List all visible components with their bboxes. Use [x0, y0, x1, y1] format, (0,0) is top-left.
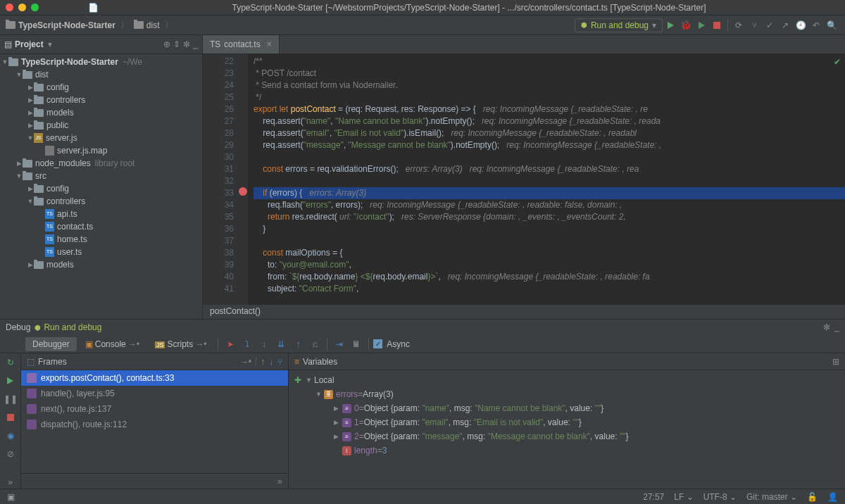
- line-separator[interactable]: LF ⌄: [674, 492, 693, 502]
- filter-icon[interactable]: ⑂: [277, 357, 282, 367]
- vcs-branch-icon[interactable]: ⑂: [748, 19, 760, 32]
- tree-item[interactable]: ▶models: [0, 106, 202, 119]
- minimize-window-button[interactable]: [18, 4, 26, 11]
- frame-row[interactable]: next(), route.js:137: [21, 401, 288, 417]
- tree-item[interactable]: TSuser.ts: [0, 246, 202, 258]
- more-icon[interactable]: »: [4, 476, 17, 489]
- tree-item[interactable]: ▶controllers: [0, 94, 202, 106]
- ts-file-icon: TS: [45, 209, 54, 219]
- frames-icon: ⬚: [27, 357, 35, 367]
- frames-list[interactable]: exports.postContact(), contact.ts:33hand…: [21, 370, 288, 473]
- run-config-label: Run and debug: [591, 20, 649, 30]
- resume-icon[interactable]: [4, 374, 17, 387]
- step-over-icon[interactable]: ⤵: [241, 338, 254, 351]
- search-icon[interactable]: 🔍: [825, 19, 838, 32]
- editor-area: TS contact.ts × 222324252627282930313233…: [203, 35, 845, 319]
- view-breakpoints-icon[interactable]: ◉: [4, 429, 17, 442]
- vcs-push-icon[interactable]: ↗: [779, 19, 791, 32]
- tree-item[interactable]: ▶config: [0, 81, 202, 94]
- tree-item[interactable]: TSapi.ts: [0, 208, 202, 220]
- window-titlebar: 📄 TypeScript-Node-Starter [~/WebstormPro…: [0, 0, 845, 15]
- project-icon: ▤: [4, 39, 12, 49]
- tab-scripts[interactable]: JSScripts→•: [148, 337, 213, 351]
- more-icon[interactable]: »: [277, 477, 282, 486]
- tree-item[interactable]: ▼dist: [0, 68, 202, 81]
- run-config-selector[interactable]: ⬢ Run and debug ▾: [575, 18, 663, 32]
- hide-icon[interactable]: ⎯: [193, 39, 198, 49]
- folder-icon: [6, 21, 15, 29]
- tree-item[interactable]: ▶node_moduleslibrary root: [0, 157, 202, 170]
- frame-icon: [27, 420, 37, 429]
- git-branch[interactable]: Git: master ⌄: [746, 492, 797, 502]
- tool-windows-icon[interactable]: ▣: [7, 492, 15, 502]
- inspection-icon[interactable]: 👤: [827, 492, 838, 502]
- run-to-cursor-icon[interactable]: ⇥: [333, 338, 346, 351]
- debug-button[interactable]: 🐞: [680, 19, 692, 32]
- step-into-icon[interactable]: ↓: [258, 338, 270, 351]
- run-coverage-button[interactable]: [695, 19, 708, 32]
- frame-row[interactable]: dispatch(), route.js:112: [21, 417, 288, 432]
- code-content[interactable]: /** * POST /contact * Send a contact for…: [248, 54, 845, 305]
- rerun-icon[interactable]: ↻: [4, 356, 17, 369]
- update-project-icon[interactable]: ⟳: [732, 19, 745, 32]
- zoom-window-button[interactable]: [31, 4, 39, 11]
- tree-root[interactable]: ▼ TypeScript-Node-Starter ~/We: [0, 56, 202, 68]
- chevron-down-icon[interactable]: ▾: [48, 39, 52, 49]
- prev-frame-icon[interactable]: ↑: [261, 357, 265, 367]
- tree-item[interactable]: ▼JSserver.js: [0, 132, 202, 144]
- target-icon[interactable]: ⊕: [163, 39, 170, 49]
- cursor-position[interactable]: 27:57: [643, 492, 664, 502]
- project-tool-window: ▤ Project ▾ ⊕ ⇕ ✻ ⎯ ▼ TypeScript-Node-St…: [0, 35, 203, 319]
- gear-icon[interactable]: ✻: [823, 322, 830, 332]
- folder-icon: [34, 261, 44, 269]
- revert-icon[interactable]: ↶: [810, 19, 822, 32]
- evaluate-expression-icon[interactable]: 🖩: [350, 338, 363, 351]
- frame-row[interactable]: handle(), layer.js:95: [21, 386, 288, 401]
- tree-item[interactable]: TShome.ts: [0, 233, 202, 246]
- close-window-button[interactable]: [6, 4, 13, 11]
- drop-frame-icon[interactable]: ⎌: [308, 338, 321, 351]
- thread-dropdown-icon[interactable]: →•: [240, 357, 251, 367]
- project-toolbar: ▤ Project ▾ ⊕ ⇕ ✻ ⎯: [0, 35, 202, 54]
- tree-item[interactable]: ▶public: [0, 119, 202, 132]
- tree-item[interactable]: ▶models: [0, 258, 202, 271]
- frames-title: Frames: [38, 357, 67, 367]
- step-out-icon[interactable]: ↑: [292, 338, 304, 351]
- gutter-icons[interactable]: [238, 54, 248, 305]
- inspection-ok-icon[interactable]: ✔: [834, 57, 841, 67]
- async-checkbox[interactable]: ✓: [373, 339, 382, 348]
- mute-breakpoints-icon[interactable]: ⊘: [4, 448, 17, 460]
- hide-icon[interactable]: ⎯: [834, 322, 839, 332]
- pause-icon[interactable]: ❚❚: [4, 393, 17, 405]
- vcs-commit-icon[interactable]: ✓: [763, 19, 776, 32]
- tab-console[interactable]: ▣Console→•: [78, 337, 146, 351]
- tree-item[interactable]: ▶config: [0, 182, 202, 195]
- vcs-history-icon[interactable]: 🕘: [794, 19, 807, 32]
- code-editor[interactable]: 2223242526272829303132333435363738394041…: [203, 54, 845, 305]
- restore-layout-icon[interactable]: ⊞: [832, 357, 839, 367]
- tree-item[interactable]: ▼controllers: [0, 195, 202, 208]
- line-number-gutter[interactable]: 2223242526272829303132333435363738394041: [203, 54, 238, 305]
- project-tree[interactable]: ▼ TypeScript-Node-Starter ~/We ▼dist▶con…: [0, 54, 202, 319]
- encoding[interactable]: UTF-8 ⌄: [703, 492, 737, 502]
- frame-row[interactable]: exports.postContact(), contact.ts:33: [21, 370, 288, 386]
- tree-item[interactable]: server.js.map: [0, 144, 202, 157]
- breakpoint-icon[interactable]: [239, 187, 247, 196]
- breadcrumb[interactable]: TypeScript-Node-Starter 〉 dist 〉: [6, 19, 175, 31]
- force-step-into-icon[interactable]: ⇊: [275, 338, 287, 351]
- variables-tree[interactable]: ✚▼ Local▼≣errors = Array(3)▶≡0 = Object …: [289, 370, 845, 489]
- run-button[interactable]: [664, 19, 677, 32]
- frames-panel: ⬚ Frames →• ↑ ↓ ⑂ exports.postContact(),…: [21, 353, 289, 489]
- close-tab-icon[interactable]: ×: [267, 39, 272, 49]
- next-frame-icon[interactable]: ↓: [269, 357, 273, 367]
- tree-item[interactable]: ▼src: [0, 170, 202, 182]
- expand-icon[interactable]: ⇕: [173, 39, 180, 49]
- read-only-lock-icon[interactable]: 🔓: [807, 492, 818, 502]
- tree-item[interactable]: TScontact.ts: [0, 220, 202, 233]
- editor-tab[interactable]: TS contact.ts ×: [203, 35, 280, 53]
- show-execution-point-icon[interactable]: ➤: [224, 338, 237, 351]
- stop-icon[interactable]: [4, 411, 17, 424]
- tab-debugger[interactable]: Debugger: [25, 337, 77, 351]
- stop-button[interactable]: [711, 19, 723, 32]
- gear-icon[interactable]: ✻: [183, 39, 190, 49]
